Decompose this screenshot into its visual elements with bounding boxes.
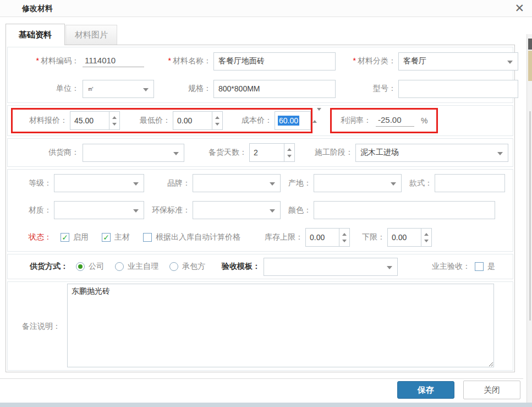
spinner-down-icon[interactable] [424, 240, 429, 242]
enabled-checkbox-label[interactable]: 启用 [73, 232, 89, 242]
remark-textarea[interactable]: 东鹏抛光砖 [67, 284, 494, 367]
spinner-up-icon[interactable] [342, 233, 347, 236]
brand-select[interactable] [193, 174, 281, 192]
unit-select[interactable]: ㎡ [83, 80, 154, 98]
spinner-up-icon[interactable] [112, 116, 117, 119]
supply-mode-company-label[interactable]: 公司 [89, 262, 104, 272]
texture-select[interactable] [54, 201, 144, 219]
status-label: 状态： [15, 232, 52, 242]
tab-basic-info-label: 基础资料 [19, 30, 52, 40]
stock-lower-spin-buttons[interactable] [421, 228, 432, 247]
cost-price-input[interactable]: 60.00 [275, 111, 311, 130]
supplier-select[interactable] [83, 144, 184, 162]
grade-label: 等级： [15, 178, 52, 188]
spinner-up-icon[interactable] [215, 116, 220, 119]
quote-price-value[interactable]: 45.00 [70, 111, 109, 130]
acceptance-template-label: 验收模板： [214, 262, 260, 272]
auto-price-checkbox[interactable] [143, 233, 152, 242]
construction-stage-select[interactable]: 泥木工进场 [355, 144, 508, 162]
enabled-checkbox[interactable]: ✓ [61, 233, 69, 242]
main-material-checkbox[interactable]: ✓ [102, 233, 111, 242]
basic-info-panel: *材料编码： 1114010 *材料名称： *材料分类： 客餐厅 单位： ㎡ 规… [6, 45, 515, 372]
stock-days-stepper[interactable]: 2 [249, 143, 295, 162]
cost-price-label: 成本价： [234, 116, 272, 126]
stock-lower-stepper[interactable]: 0.00 [387, 228, 432, 247]
group-supply-mode: 供货方式： 公司 业主自理 承包方 验收模板： 业主验收： 是 [7, 254, 513, 279]
construction-stage-value: 泥木工进场 [360, 148, 399, 158]
style-input[interactable] [435, 174, 505, 192]
spinner-down-icon[interactable] [112, 123, 117, 126]
env-standard-select[interactable] [193, 201, 281, 219]
origin-select[interactable] [314, 174, 402, 192]
spinner-up-icon[interactable] [312, 111, 317, 123]
spinner-down-icon[interactable] [317, 108, 321, 120]
scrollbar-thumb-tan[interactable] [528, 51, 532, 81]
min-price-value[interactable]: 0.00 [173, 111, 212, 130]
style-label: 款式： [407, 178, 432, 188]
quote-price-stepper[interactable]: 45.00 [70, 111, 120, 130]
material-category-select[interactable]: 客餐厅 [398, 52, 518, 70]
stock-lower-value[interactable]: 0.00 [387, 228, 421, 247]
chevron-down-icon [391, 182, 396, 186]
supply-mode-label: 供货方式： [15, 262, 68, 272]
acceptance-template-select[interactable] [264, 258, 398, 276]
spinner-down-icon[interactable] [215, 123, 220, 126]
close-button[interactable]: 关闭 [463, 381, 520, 399]
supply-mode-contractor-label[interactable]: 承包方 [182, 262, 205, 272]
spec-input[interactable] [213, 80, 336, 98]
stock-upper-stepper[interactable]: 0.00 [305, 228, 350, 247]
vertical-scrollbar[interactable] [526, 34, 532, 403]
spinner-down-icon[interactable] [287, 155, 292, 158]
quote-price-spin-buttons[interactable] [109, 111, 120, 130]
chevron-down-icon [270, 182, 275, 186]
supply-mode-company-radio[interactable] [76, 262, 85, 271]
tab-basic-info[interactable]: 基础资料 [6, 24, 65, 45]
owner-acceptance-yes-label[interactable]: 是 [487, 262, 495, 272]
group-remark: 备注说明： 东鹏抛光砖 [7, 281, 513, 371]
min-price-spin-buttons[interactable] [212, 111, 223, 130]
material-code-label: *材料编码： [14, 56, 79, 66]
spinner-up-icon[interactable] [287, 148, 292, 151]
stock-days-value[interactable]: 2 [249, 143, 284, 162]
chevron-down-icon [387, 266, 392, 269]
stock-lower-label: 下限： [360, 232, 385, 242]
spinner-down-icon[interactable] [342, 240, 347, 242]
cost-price-spin-buttons[interactable] [312, 111, 321, 131]
close-icon[interactable]: ✕ [514, 2, 524, 15]
tab-material-images[interactable]: 材料图片 [65, 25, 117, 45]
model-input[interactable] [398, 80, 518, 98]
unit-label: 单位： [14, 84, 79, 94]
chevron-down-icon [497, 152, 503, 155]
group-prices: 材料报价： 45.00 最低价： 0.00 成本价： 60.00 利润率： -2… [7, 105, 513, 136]
brand-label: 品牌： [152, 178, 190, 188]
stock-days-spin-buttons[interactable] [284, 143, 295, 162]
owner-acceptance-checkbox[interactable] [475, 262, 484, 271]
color-input[interactable] [314, 201, 495, 219]
stock-upper-value[interactable]: 0.00 [305, 228, 339, 247]
model-label: 型号： [340, 84, 396, 94]
texture-label: 材质： [15, 205, 52, 215]
supply-mode-owner-radio[interactable] [115, 262, 124, 271]
unit-value: ㎡ [87, 84, 94, 94]
material-category-value: 客餐厅 [403, 56, 426, 66]
grade-select[interactable] [54, 174, 144, 192]
scrollbar-thumb[interactable] [529, 111, 531, 321]
origin-label: 产地： [286, 178, 311, 188]
auto-price-checkbox-label[interactable]: 根据出入库自动计算价格 [156, 232, 240, 242]
min-price-stepper[interactable]: 0.00 [173, 111, 223, 130]
spinner-up-icon[interactable] [424, 233, 429, 236]
supply-mode-owner-label[interactable]: 业主自理 [128, 262, 158, 272]
scrollbar-thumb-dark[interactable] [528, 39, 532, 50]
chevron-down-icon [143, 88, 149, 91]
material-name-input[interactable] [213, 52, 336, 70]
chevron-down-icon [133, 182, 139, 186]
supply-mode-contractor-radio[interactable] [169, 262, 178, 271]
window-bottom-edge [0, 403, 532, 407]
stock-upper-label: 库存上限： [257, 232, 303, 242]
color-label: 颜色： [286, 205, 311, 215]
main-material-checkbox-label[interactable]: 主材 [114, 232, 130, 242]
stock-upper-spin-buttons[interactable] [339, 228, 350, 247]
min-price-label: 最低价： [132, 116, 171, 126]
save-button[interactable]: 保存 [397, 381, 454, 399]
profit-rate-highlight-box: 利润率： -25.00 % [330, 108, 438, 133]
